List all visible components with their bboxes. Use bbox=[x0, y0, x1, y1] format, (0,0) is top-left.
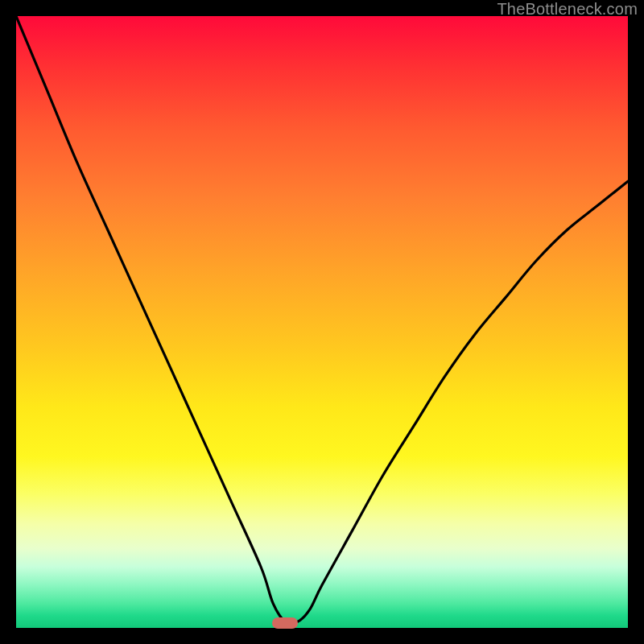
optimal-point-marker bbox=[272, 617, 298, 629]
bottleneck-curve bbox=[16, 16, 628, 628]
chart-frame: TheBottleneck.com bbox=[0, 0, 644, 644]
plot-area bbox=[16, 16, 628, 628]
watermark-text: TheBottleneck.com bbox=[497, 0, 638, 19]
